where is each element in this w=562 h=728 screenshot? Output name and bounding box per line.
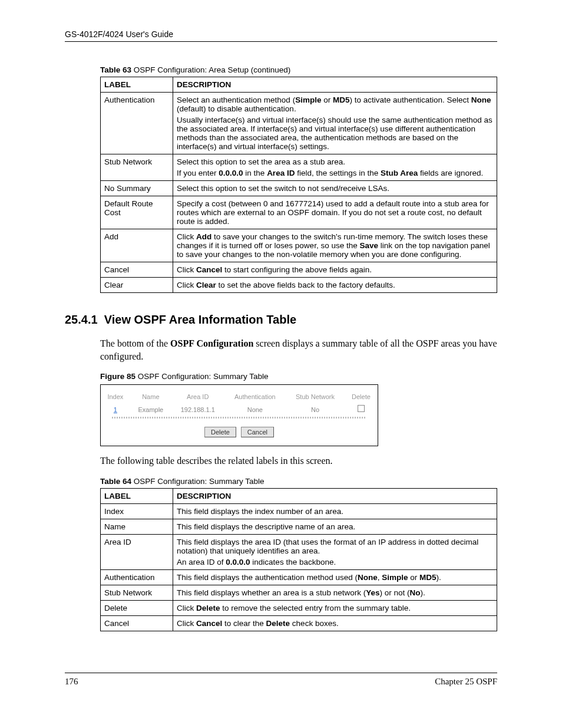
label-cell: Name — [101, 519, 173, 534]
page-number: 176 — [65, 677, 78, 687]
table-row: AddClick Add to save your changes to the… — [101, 229, 497, 262]
col-index: Index — [101, 391, 130, 403]
cell-name: Example — [130, 403, 171, 416]
table64-caption-number: Table 64 — [100, 477, 131, 486]
label-cell: No Summary — [101, 181, 173, 196]
col-auth: Authentication — [224, 391, 286, 403]
description-cell: This field displays the authentication m… — [173, 569, 497, 585]
table-row: ClearClick Clear to set the above fields… — [101, 278, 497, 293]
table-row: Stub NetworkSelect this option to set th… — [101, 154, 497, 181]
chapter-label: Chapter 25 OSPF — [435, 677, 497, 687]
label-cell: Add — [101, 229, 173, 262]
section-number: 25.4.1 — [65, 313, 98, 326]
index-link[interactable]: 1 — [114, 406, 117, 413]
table-row: IndexThis field displays the index numbe… — [101, 503, 497, 519]
section-intro: The bottom of the OSPF Configuration scr… — [100, 337, 497, 363]
table63-caption: Table 63 OSPF Configuration: Area Setup … — [100, 65, 497, 74]
table-row: AuthenticationSelect an authentication m… — [101, 93, 497, 154]
col-name: Name — [130, 391, 171, 403]
table63: LABEL DESCRIPTION AuthenticationSelect a… — [100, 77, 497, 293]
description-cell: This field displays the descriptive name… — [173, 519, 497, 534]
table63-caption-text: OSPF Configuration: Area Setup (continue… — [131, 65, 290, 74]
table63-header-row: LABEL DESCRIPTION — [101, 77, 497, 93]
col-delete: Delete — [345, 391, 378, 403]
description-cell: Click Clear to set the above fields back… — [173, 278, 497, 293]
table64-body: IndexThis field displays the index numbe… — [101, 503, 497, 631]
label-cell: Area ID — [101, 534, 173, 569]
label-cell: Index — [101, 503, 173, 519]
cell-stub: No — [286, 403, 345, 416]
page-footer: 176 Chapter 25 OSPF — [65, 673, 497, 687]
label-cell: Default Route Cost — [101, 196, 173, 229]
label-cell: Cancel — [101, 615, 173, 631]
table64-header-row: LABEL DESCRIPTION — [101, 488, 497, 503]
after-figure-text: The following table describes the relate… — [100, 454, 497, 467]
table63-col-desc: DESCRIPTION — [173, 77, 497, 93]
table-row: CancelClick Cancel to start configuring … — [101, 262, 497, 278]
table-row: AuthenticationThis field displays the au… — [101, 569, 497, 585]
table-row: Area IDThis field displays the area ID (… — [101, 534, 497, 569]
description-cell: Select an authentication method (Simple … — [173, 93, 497, 154]
table-row: NameThis field displays the descriptive … — [101, 519, 497, 534]
delete-button[interactable]: Delete — [204, 427, 236, 437]
table63-col-label: LABEL — [101, 77, 173, 93]
col-stub: Stub Network — [286, 391, 345, 403]
screenshot-header-row: Index Name Area ID Authentication Stub N… — [101, 391, 378, 403]
description-cell: Click Add to save your changes to the sw… — [173, 229, 497, 262]
cell-areaid: 192.188.1.1 — [171, 403, 224, 416]
table-row: Stub NetworkThis field displays whether … — [101, 585, 497, 600]
description-cell: This field displays the index number of … — [173, 503, 497, 519]
description-cell: Specify a cost (between 0 and 16777214) … — [173, 196, 497, 229]
dotted-separator — [112, 417, 366, 419]
section-heading: 25.4.1 View OSPF Area Information Table — [65, 313, 497, 327]
description-cell: Click Delete to remove the selected entr… — [173, 600, 497, 615]
table64-caption-text: OSPF Configuration: Summary Table — [131, 477, 265, 486]
table63-caption-number: Table 63 — [100, 65, 131, 74]
label-cell: Authentication — [101, 569, 173, 585]
table-row: Default Route CostSpecify a cost (betwee… — [101, 196, 497, 229]
delete-checkbox[interactable] — [358, 405, 365, 412]
description-cell: Select this option to set the switch to … — [173, 181, 497, 196]
screenshot-data-row: 1 Example 192.188.1.1 None No — [101, 403, 378, 416]
description-cell: This field displays the area ID (that us… — [173, 534, 497, 569]
section-title: View OSPF Area Information Table — [104, 313, 296, 326]
table64-col-desc: DESCRIPTION — [173, 488, 497, 503]
figure85-screenshot: Index Name Area ID Authentication Stub N… — [100, 384, 378, 446]
label-cell: Stub Network — [101, 154, 173, 181]
guide-title: GS-4012F/4024 User's Guide — [65, 29, 173, 39]
label-cell: Stub Network — [101, 585, 173, 600]
table64: LABEL DESCRIPTION IndexThis field displa… — [100, 488, 497, 631]
description-cell: Select this option to set the area as a … — [173, 154, 497, 181]
label-cell: Delete — [101, 600, 173, 615]
description-cell: Click Cancel to clear the Delete check b… — [173, 615, 497, 631]
label-cell: Authentication — [101, 93, 173, 154]
label-cell: Clear — [101, 278, 173, 293]
description-cell: Click Cancel to start configuring the ab… — [173, 262, 497, 278]
description-cell: This field displays whether an area is a… — [173, 585, 497, 600]
page-header: GS-4012F/4024 User's Guide — [65, 29, 497, 42]
col-areaid: Area ID — [171, 391, 224, 403]
cancel-button[interactable]: Cancel — [241, 427, 274, 437]
figure85-caption: Figure 85 OSPF Configuration: Summary Ta… — [100, 372, 497, 381]
table64-col-label: LABEL — [101, 488, 173, 503]
table-row: No SummarySelect this option to set the … — [101, 181, 497, 196]
table-row: DeleteClick Delete to remove the selecte… — [101, 600, 497, 615]
cell-auth: None — [224, 403, 286, 416]
table64-caption: Table 64 OSPF Configuration: Summary Tab… — [100, 477, 497, 486]
table-row: CancelClick Cancel to clear the Delete c… — [101, 615, 497, 631]
table63-body: AuthenticationSelect an authentication m… — [101, 93, 497, 293]
label-cell: Cancel — [101, 262, 173, 278]
screenshot-buttons: Delete Cancel — [101, 427, 378, 437]
figure85-caption-text: OSPF Configuration: Summary Table — [135, 372, 269, 381]
figure85-caption-number: Figure 85 — [100, 372, 135, 381]
